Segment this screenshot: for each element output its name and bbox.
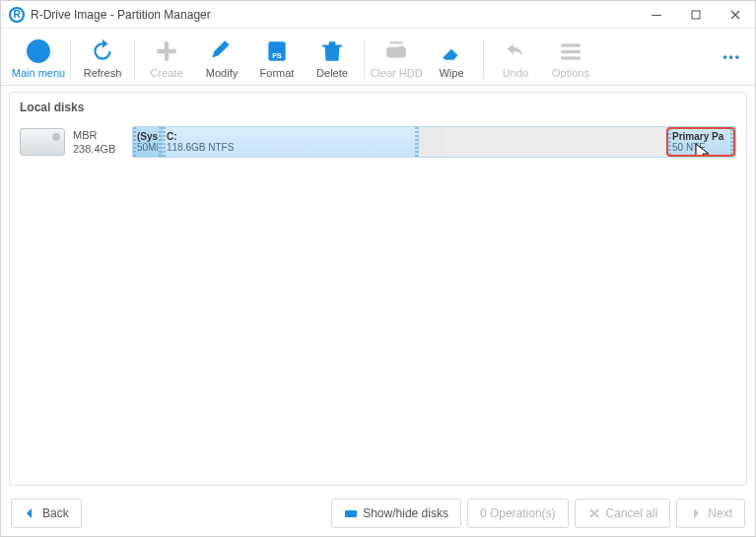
minimize-button[interactable] [637,1,676,29]
show-hide-disks-button[interactable]: Show/hide disks [331,499,461,528]
overflow-button[interactable]: ••• [722,29,741,85]
disk-row: MBR 238.4GB (Syst 50MB NT C: 118.6GB NTF… [10,122,746,162]
next-button[interactable]: Next [676,499,745,528]
arrow-left-icon [24,506,37,520]
svg-rect-11 [345,510,357,517]
partition-system[interactable]: (Syst 50MB NT [133,127,163,157]
title-bar: R R-Drive Image - Partition Manager [1,1,755,29]
refresh-button[interactable]: Refresh [75,34,130,85]
drag-handle-icon[interactable] [730,129,733,155]
separator [134,39,135,79]
disk-scheme: MBR [73,128,124,142]
svg-rect-1 [692,11,700,19]
eraser-icon [438,37,465,65]
cancel-label: Cancel all [606,506,658,520]
drag-handle-icon[interactable] [668,129,671,155]
main-menu-button[interactable]: Main menu [11,34,66,85]
separator [483,39,484,79]
svg-rect-4 [272,44,283,48]
undo-label: Undo [503,67,528,79]
cancel-all-button[interactable]: Cancel all [575,499,671,528]
clear-hdd-label: Clear HDD [370,67,422,79]
partition-sub: 50MB NT [137,142,158,153]
app-logo-icon: R [9,7,25,23]
format-label: Format [260,67,295,79]
operations-button: 0 Operation(s) [467,499,569,528]
partition-label: (Syst [137,131,158,142]
modify-label: Modify [206,67,238,79]
svg-text:FS: FS [272,50,282,59]
separator [70,39,71,79]
operations-label: 0 Operation(s) [480,506,556,520]
svg-rect-10 [561,56,581,59]
disk-icon [20,128,65,156]
disk-toggle-icon [344,506,358,520]
create-label: Create [150,67,182,79]
undo-button[interactable]: Undo [488,34,543,85]
svg-rect-8 [561,43,581,46]
svg-rect-0 [652,15,661,16]
back-button[interactable]: Back [11,499,82,528]
plus-icon [153,37,180,65]
disk-meta: MBR 238.4GB [73,128,124,156]
trash-icon [318,37,346,65]
window-controls [637,1,755,29]
pencil-icon [208,37,236,65]
hdd-clear-icon [382,37,410,65]
back-label: Back [42,506,69,520]
main-toolbar: Main menu Refresh Create Modify FS Forma… [1,29,755,86]
maximize-button[interactable] [676,1,716,29]
arrow-right-icon [689,506,703,520]
partition-primary-selected[interactable]: Primary Pa 50 NTF [666,127,735,157]
format-button[interactable]: FS Format [249,34,305,85]
partition-label: C: [167,131,414,142]
delete-label: Delete [316,67,348,79]
wipe-button[interactable]: Wipe [424,34,479,85]
disk-panel: Local disks MBR 238.4GB (Syst 50MB NT C:… [9,92,747,486]
drag-handle-icon[interactable] [163,127,166,157]
options-button[interactable]: Options [543,34,598,85]
drag-handle-icon[interactable] [415,127,418,157]
refresh-label: Refresh [84,67,122,79]
create-button[interactable]: Create [139,34,194,85]
home-icon [25,37,52,65]
unallocated-space[interactable] [419,127,445,157]
next-label: Next [708,506,732,520]
section-title: Local disks [10,93,746,122]
svg-point-12 [353,512,356,515]
clear-hdd-button[interactable]: Clear HDD [369,34,424,85]
partition-c[interactable]: C: 118.6GB NTFS [163,127,419,157]
drag-handle-icon[interactable] [159,127,162,157]
menu-icon [557,37,584,65]
modify-button[interactable]: Modify [194,34,249,85]
drag-handle-icon[interactable] [133,127,136,157]
partition-label: Primary Pa [672,131,729,142]
disk-size: 238.4GB [73,142,124,156]
show-hide-label: Show/hide disks [363,506,448,520]
partition-sub: 118.6GB NTFS [167,142,414,153]
main-menu-label: Main menu [12,67,65,79]
options-label: Options [552,67,589,79]
format-icon: FS [263,37,291,65]
partition-sub: 50 NTF [672,142,729,153]
close-button[interactable] [716,1,755,29]
footer-bar: Back Show/hide disks 0 Operation(s) Canc… [1,492,755,535]
partition-bar: (Syst 50MB NT C: 118.6GB NTFS Primary Pa… [132,126,736,158]
svg-rect-9 [561,49,581,52]
refresh-icon [89,37,116,65]
undo-icon [502,37,529,65]
delete-button[interactable]: Delete [305,34,360,85]
separator [364,39,365,79]
window-title: R-Drive Image - Partition Manager [31,8,637,22]
wipe-label: Wipe [439,67,463,79]
cancel-icon [587,506,601,520]
